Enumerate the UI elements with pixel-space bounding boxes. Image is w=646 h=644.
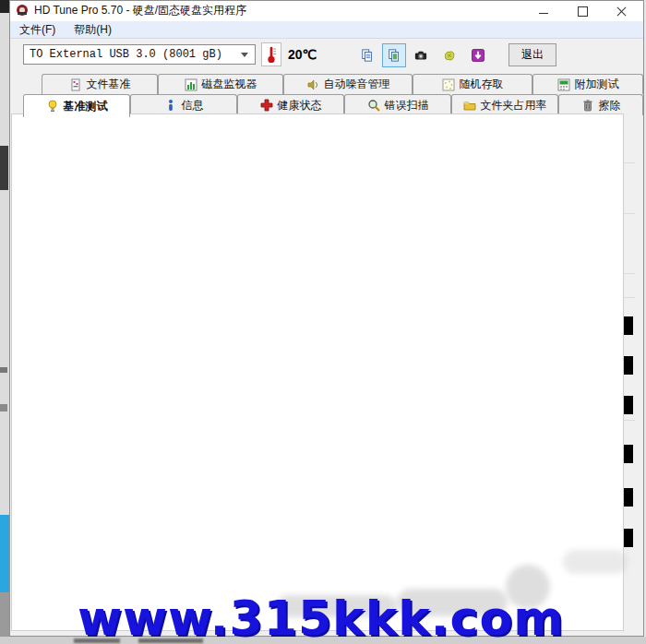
maximize-button[interactable] [566,1,599,20]
exit-button[interactable]: 退出 [508,43,556,66]
app-icon [16,4,29,17]
camera-icon [414,49,427,62]
hand-icon [443,49,456,62]
tab-label: 文件基准 [87,77,131,92]
tab-label: 擦除 [599,98,621,113]
tab-info[interactable]: 信息 [130,94,237,115]
benchmark-panel [11,113,624,631]
tab-label: 信息 [182,98,204,113]
maximize-icon [578,6,588,17]
folder-icon [463,99,476,112]
drive-select-value: TO External USB 3.0 (8001 gB) [30,48,222,61]
download-arrow-icon [472,49,484,62]
copy-text-icon [361,49,374,62]
magnifier-icon [367,99,380,112]
menu-bar: 文件(F) 帮助(H) [10,21,643,38]
chevron-down-icon [241,53,248,57]
file-benchmark-icon [69,78,82,91]
tab-random-access[interactable]: 随机存取 [413,74,532,94]
screenshot-button[interactable] [409,43,433,67]
trash-icon [581,99,594,112]
tab-label: 基准测试 [64,99,108,114]
tab-file-benchmark[interactable]: 文件基准 [42,74,158,94]
tab-label: 健康状态 [278,98,322,113]
menu-help[interactable]: 帮助(H) [65,22,121,38]
tab-folder-usage[interactable]: 文件夹占用率 [451,94,558,115]
copy-text-button[interactable] [355,43,379,67]
background-sliver [0,0,9,644]
background-fragment [0,146,8,190]
benchmark-icon [46,100,59,113]
copy-image-icon [388,49,401,62]
tab-aam[interactable]: 自动噪音管理 [283,74,413,94]
save-results-button[interactable] [466,43,490,67]
exit-button-label: 退出 [521,47,544,63]
info-icon [164,99,177,112]
thermometer-icon [262,43,281,66]
background-window-edge [0,515,9,592]
title-bar: HD Tune Pro 5.70 - 硬盘/固态硬盘实用程序 [10,1,643,21]
toolbar: TO External USB 3.0 (8001 gB) 20℃ [10,38,643,74]
watermark-logo [563,550,628,574]
watermark-text: www.315kkk.com [78,590,631,644]
tab-error-scan[interactable]: 错误扫描 [344,94,451,115]
tab-erase[interactable]: 擦除 [558,94,643,115]
window-title: HD Tune Pro 5.70 - 硬盘/固态硬盘实用程序 [34,3,246,18]
random-access-icon [442,78,455,91]
close-icon [616,6,627,17]
speaker-icon [306,78,319,91]
temperature-button[interactable] [261,42,281,66]
minimize-button[interactable] [527,1,560,20]
menu-file[interactable]: 文件(F) [10,22,65,38]
background-fragment [0,404,7,411]
screen: HD Tune Pro 5.70 - 硬盘/固态硬盘实用程序 文件(F) 帮助(… [0,0,646,644]
minimize-icon [539,13,548,14]
tab-label: 随机存取 [460,77,504,92]
background-fragment [0,0,9,13]
tab-health[interactable]: 健康状态 [237,94,344,115]
tab-label: 文件夹占用率 [481,98,547,113]
tab-benchmark[interactable]: 基准测试 [23,94,130,117]
extra-tests-icon [557,78,570,91]
drive-select[interactable]: TO External USB 3.0 (8001 gB) [23,44,256,65]
copy-image-button[interactable] [382,43,406,67]
tab-label: 磁盘监视器 [202,77,257,92]
close-button[interactable] [604,1,638,20]
disk-monitor-icon [185,78,197,91]
background-fragment [0,367,7,373]
tab-label: 附加测试 [575,77,619,92]
health-cross-icon [260,99,273,112]
tab-extra-tests[interactable]: 附加测试 [532,74,643,94]
tab-disk-monitor[interactable]: 磁盘监视器 [158,74,283,94]
temperature-value: 20℃ [288,47,317,62]
tab-label: 错误扫描 [385,98,429,113]
tab-label: 自动噪音管理 [324,77,390,92]
donate-button[interactable] [437,43,461,67]
